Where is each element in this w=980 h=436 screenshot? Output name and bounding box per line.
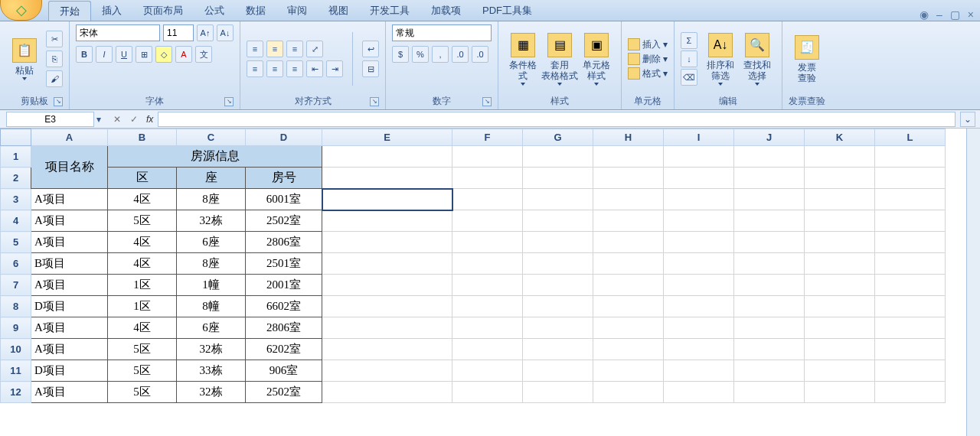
cell[interactable] [322,296,452,317]
cell[interactable] [875,382,946,403]
column-header-K[interactable]: K [805,129,875,146]
increase-indent-button[interactable]: ⇥ [326,60,343,77]
header-zone[interactable]: 区 [108,168,177,189]
cell[interactable] [734,189,805,210]
office-button[interactable]: ◇ [0,0,42,21]
data-cell[interactable]: 5区 [108,210,177,232]
cell[interactable] [593,146,664,168]
namebox-dropdown-icon[interactable]: ▾ [94,114,103,125]
column-header-F[interactable]: F [452,129,523,146]
merge-center-button[interactable]: ⊟ [362,60,379,77]
cell[interactable] [805,168,875,189]
data-cell[interactable]: D项目 [31,360,108,382]
cell[interactable] [593,382,664,403]
cell[interactable] [322,339,452,360]
cell[interactable] [875,253,946,275]
data-cell[interactable]: 4区 [108,232,177,253]
select-all-corner[interactable] [1,129,31,146]
cell-styles-button[interactable]: ▣ 单元格 样式 [578,29,615,89]
cell[interactable] [452,146,523,168]
cell[interactable] [734,317,805,339]
cell[interactable] [452,382,523,403]
cell[interactable] [734,296,805,317]
cell[interactable] [523,210,593,232]
data-cell[interactable]: A项目 [31,317,108,339]
cell[interactable] [875,232,946,253]
bold-button[interactable]: B [76,46,93,63]
tab-视图[interactable]: 视图 [318,1,359,21]
tab-PDF工具集[interactable]: PDF工具集 [472,1,543,21]
cell[interactable] [805,296,875,317]
cell[interactable] [875,275,946,296]
minimize-ribbon-icon[interactable]: – [936,8,942,21]
cell[interactable] [805,232,875,253]
header-block[interactable]: 座 [177,168,246,189]
row-header-12[interactable]: 12 [1,382,31,403]
column-header-E[interactable]: E [322,129,452,146]
data-cell[interactable]: 6座 [177,232,246,253]
column-header-G[interactable]: G [523,129,593,146]
data-cell[interactable]: A项目 [31,189,108,210]
row-header-11[interactable]: 11 [1,360,31,382]
align-bottom-button[interactable]: ≡ [286,41,303,57]
cell[interactable] [734,146,805,168]
header-house-info[interactable]: 房源信息 [108,146,322,168]
cell[interactable] [664,317,734,339]
help-icon[interactable]: ◉ [920,8,929,21]
dialog-launcher-icon[interactable]: ↘ [482,97,492,106]
name-box[interactable] [6,112,94,127]
cell[interactable] [593,275,664,296]
phonetic-button[interactable]: 文 [195,46,212,63]
cell[interactable] [452,275,523,296]
border-button[interactable]: ⊞ [136,46,152,63]
close-icon[interactable]: × [968,8,974,21]
format-painter-button[interactable]: 🖌 [46,70,63,87]
cell[interactable] [452,232,523,253]
cell[interactable] [734,168,805,189]
data-cell[interactable]: 1区 [108,296,177,317]
cell[interactable] [664,168,734,189]
data-cell[interactable]: 1幢 [177,275,246,296]
data-cell[interactable]: 8座 [177,189,246,210]
cell[interactable] [875,339,946,360]
cell[interactable] [805,360,875,382]
cell[interactable] [734,339,805,360]
header-room[interactable]: 房号 [246,168,322,189]
data-cell[interactable]: 6座 [177,317,246,339]
cell[interactable] [523,232,593,253]
column-header-I[interactable]: I [664,129,734,146]
cell[interactable] [664,189,734,210]
cell[interactable] [322,232,452,253]
cell[interactable] [805,146,875,168]
cell[interactable] [664,360,734,382]
data-cell[interactable]: 2806室 [246,317,322,339]
cell[interactable] [322,360,452,382]
data-cell[interactable]: 2806室 [246,232,322,253]
cell[interactable] [322,317,452,339]
tab-公式[interactable]: 公式 [194,1,235,21]
fill-button[interactable]: ↓ [681,50,697,67]
decrease-font-button[interactable]: A↓ [217,24,234,41]
cell[interactable] [875,210,946,232]
dialog-launcher-icon[interactable]: ↘ [54,97,63,106]
font-size-select[interactable] [163,24,194,41]
enter-formula-button[interactable]: ✓ [126,112,142,127]
align-middle-button[interactable]: ≡ [266,41,283,57]
cell[interactable] [875,317,946,339]
cell[interactable] [805,253,875,275]
tab-页面布局[interactable]: 页面布局 [132,1,194,21]
increase-font-button[interactable]: A↑ [197,24,214,41]
font-name-select[interactable] [76,24,160,41]
cell[interactable] [593,360,664,382]
align-left-button[interactable]: ≡ [247,60,263,77]
cell[interactable] [523,296,593,317]
row-header-1[interactable]: 1 [1,146,31,168]
cell[interactable] [523,317,593,339]
data-cell[interactable]: 2502室 [246,210,322,232]
autosum-button[interactable]: Σ [681,32,697,49]
cell[interactable] [805,382,875,403]
expand-formula-bar-button[interactable]: ⌄ [960,112,975,127]
formula-input[interactable] [158,112,956,127]
cell[interactable] [734,360,805,382]
align-top-button[interactable]: ≡ [247,41,263,57]
